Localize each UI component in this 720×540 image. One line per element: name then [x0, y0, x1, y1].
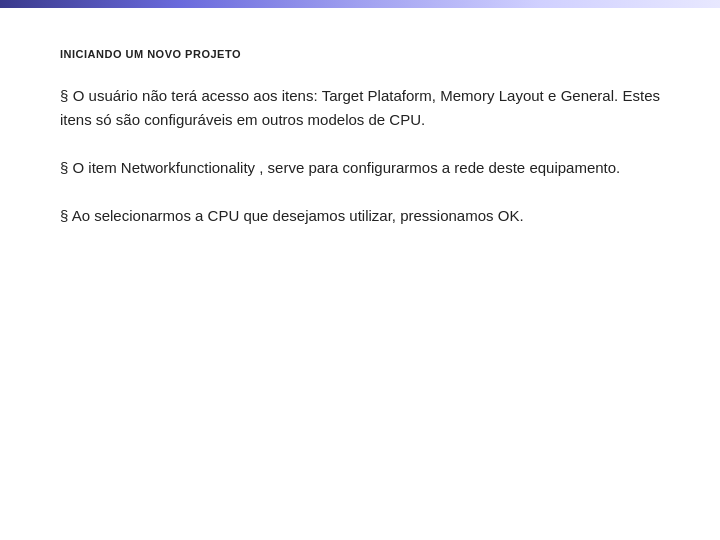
- section-title: INICIANDO UM NOVO PROJETO: [60, 48, 660, 60]
- paragraph-3: § Ao selecionarmos a CPU que desejamos u…: [60, 204, 660, 228]
- paragraph-3-text: Ao selecionarmos a CPU que desejamos uti…: [68, 207, 523, 224]
- top-bar: [0, 0, 720, 8]
- paragraph-1: § O usuário não terá acesso aos itens: T…: [60, 84, 660, 132]
- paragraph-1-text: O usuário não terá acesso aos itens: Tar…: [60, 87, 660, 128]
- paragraph-2: § O item Networkfunctionality , serve pa…: [60, 156, 660, 180]
- paragraph-2-text: O item Networkfunctionality , serve para…: [68, 159, 620, 176]
- content-area: INICIANDO UM NOVO PROJETO § O usuário nã…: [0, 8, 720, 292]
